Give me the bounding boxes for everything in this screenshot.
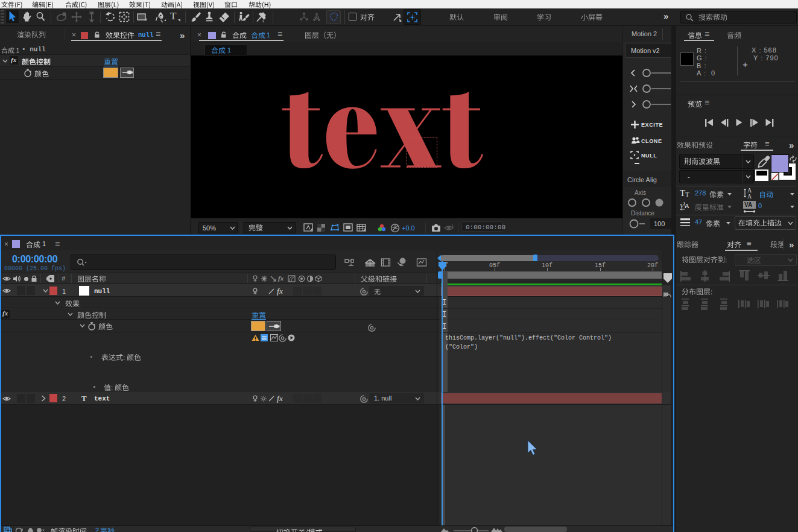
svg-text:V: V: [680, 202, 685, 209]
svg-text:A: A: [747, 193, 752, 199]
